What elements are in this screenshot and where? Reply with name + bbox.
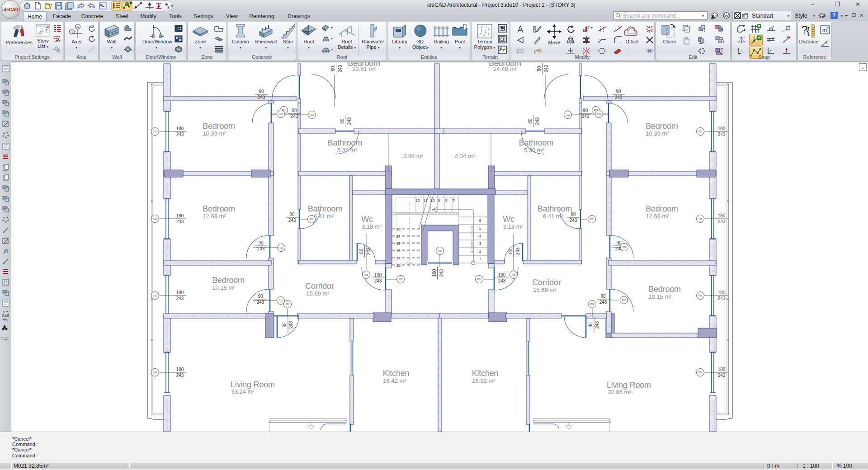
svg-text:90: 90	[616, 89, 621, 94]
svg-text:16.92 m²: 16.92 m²	[472, 377, 495, 384]
svg-text:W.STEPS 16x17x28: W.STEPS 16x17x28	[471, 226, 474, 253]
svg-text:243: 243	[176, 296, 184, 301]
svg-text:180: 180	[718, 126, 726, 131]
svg-text:3.18 m²: 3.18 m²	[362, 223, 382, 230]
svg-text:1: 1	[479, 257, 481, 261]
svg-text:7: 7	[453, 198, 455, 203]
svg-text:12.66 m²: 12.66 m²	[646, 213, 669, 220]
svg-text:243: 243	[347, 117, 352, 125]
svg-text:243: 243	[718, 132, 726, 137]
svg-text:243: 243	[594, 321, 599, 329]
svg-text:3.88 m²: 3.88 m²	[403, 153, 424, 160]
svg-text:m: m	[822, 27, 827, 33]
svg-text:P26: P26	[477, 278, 481, 281]
svg-text:15: 15	[396, 241, 401, 246]
svg-text:80: 80	[528, 118, 533, 124]
svg-text:8: 8	[445, 198, 448, 203]
svg-text:90: 90	[600, 294, 606, 299]
svg-text:Corridor: Corridor	[305, 282, 334, 291]
svg-text:243: 243	[615, 95, 623, 100]
svg-text:P18: P18	[279, 113, 283, 115]
svg-text:Bedroom: Bedroom	[648, 285, 681, 294]
svg-text:10.39 m²: 10.39 m²	[203, 130, 226, 137]
svg-text:10.39 m²: 10.39 m²	[646, 130, 669, 137]
svg-text:Kitchen: Kitchen	[383, 369, 410, 378]
svg-text:180: 180	[718, 213, 726, 218]
svg-text:P14: P14	[153, 371, 157, 374]
svg-text:32.85 m²: 32.85 m²	[608, 389, 631, 395]
svg-text:243: 243	[366, 247, 371, 255]
svg-text:243: 243	[258, 95, 265, 100]
svg-text:A: A	[76, 25, 79, 29]
svg-text:90: 90	[258, 240, 264, 245]
svg-text:15.69 m²: 15.69 m²	[533, 287, 557, 293]
svg-text:243: 243	[288, 218, 296, 223]
svg-text:180: 180	[718, 290, 726, 295]
svg-text:80: 80	[289, 212, 295, 217]
svg-text:180: 180	[718, 367, 726, 372]
svg-text:243: 243	[439, 269, 444, 277]
svg-text:6.41 m²: 6.41 m²	[543, 213, 563, 220]
svg-text:90: 90	[583, 108, 588, 113]
svg-text:243: 243	[338, 65, 343, 72]
svg-text:90: 90	[258, 294, 263, 299]
svg-text:Bedroom: Bedroom	[646, 204, 678, 213]
svg-text:180: 180	[176, 213, 184, 218]
svg-text:180: 180	[176, 367, 184, 372]
svg-text:Bedroom: Bedroom	[646, 122, 678, 131]
svg-text:243: 243	[570, 218, 577, 223]
svg-text:2: 2	[827, 27, 829, 30]
svg-text:P36: P36	[698, 218, 703, 220]
svg-text:243: 243	[599, 300, 607, 305]
svg-text:80: 80	[340, 118, 344, 124]
svg-text:17: 17	[396, 256, 401, 260]
svg-text:243: 243	[288, 321, 293, 329]
svg-text:P16: P16	[153, 218, 157, 220]
svg-text:13: 13	[396, 227, 401, 231]
svg-text:P08: P08	[286, 303, 290, 306]
svg-text:3.18 m²: 3.18 m²	[503, 223, 524, 230]
svg-text:16.42 m²: 16.42 m²	[383, 377, 406, 384]
svg-text:12: 12	[415, 198, 420, 203]
svg-text:Bedroom: Bedroom	[203, 204, 235, 213]
svg-text:23.51 m²: 23.51 m²	[352, 66, 376, 72]
svg-text:P05: P05	[364, 274, 368, 276]
svg-text:P30: P30	[597, 113, 601, 115]
svg-text:9: 9	[438, 198, 440, 203]
svg-text:P00: P00	[438, 250, 442, 252]
svg-text:90: 90	[588, 322, 593, 328]
svg-text:5.30 m²: 5.30 m²	[337, 147, 358, 154]
svg-text:180: 180	[176, 126, 184, 131]
svg-text:P09: P09	[590, 303, 594, 306]
svg-text:4.34 m²: 4.34 m²	[455, 153, 475, 160]
svg-text:S: S	[167, 5, 169, 10]
svg-text:P25: P25	[399, 278, 403, 281]
svg-text:Bathroom: Bathroom	[308, 204, 342, 213]
svg-text:243: 243	[718, 373, 726, 378]
svg-text:P31: P31	[622, 299, 626, 301]
svg-text:P17: P17	[153, 131, 157, 133]
svg-text:80: 80	[359, 249, 364, 254]
svg-text:90: 90	[259, 89, 264, 94]
svg-text:5.30 m²: 5.30 m²	[524, 147, 544, 154]
svg-text:80: 80	[508, 249, 513, 254]
svg-text:16: 16	[396, 249, 401, 253]
svg-text:P35: P35	[698, 295, 703, 297]
svg-text:P20: P20	[279, 247, 283, 249]
svg-text:180: 180	[176, 290, 184, 295]
svg-text:6: 6	[479, 218, 481, 223]
svg-text:24.49 m²: 24.49 m²	[493, 66, 517, 72]
svg-text:6.41 m²: 6.41 m²	[314, 213, 334, 220]
svg-text:AUTO: AUTO	[2, 315, 9, 318]
svg-text:P32: P32	[623, 246, 627, 249]
svg-text:Living Room: Living Room	[607, 381, 651, 390]
svg-text:Bedroom: Bedroom	[203, 122, 235, 131]
svg-text:100: 100	[374, 273, 382, 277]
svg-text:80: 80	[571, 212, 576, 217]
svg-text:3: 3	[479, 241, 481, 246]
svg-text:5: 5	[479, 226, 481, 230]
svg-text:10: 10	[430, 198, 435, 203]
svg-text:Corridor: Corridor	[532, 278, 561, 287]
svg-text:243: 243	[374, 278, 382, 283]
svg-text:243: 243	[718, 219, 726, 224]
